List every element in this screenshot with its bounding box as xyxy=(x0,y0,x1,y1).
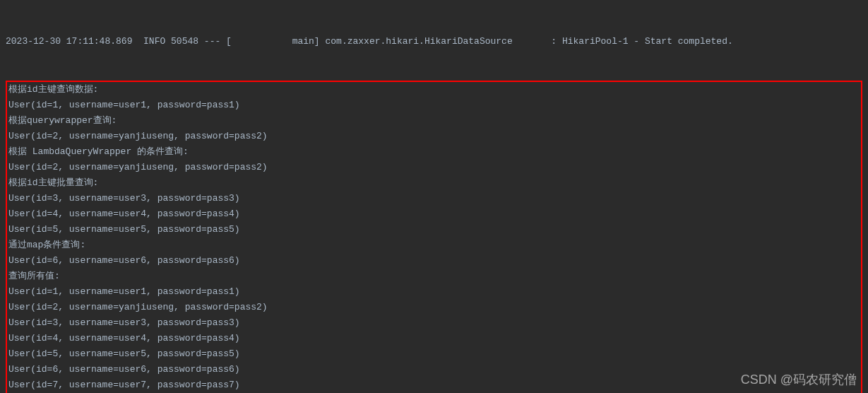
highlighted-line: User(id=4, username=user4, password=pass… xyxy=(7,206,861,222)
highlighted-output-box: 根据id主键查询数据:User(id=1, username=user1, pa… xyxy=(6,81,862,393)
highlighted-line: User(id=3, username=user3, password=pass… xyxy=(7,191,861,206)
highlighted-line: User(id=3, username=user3, password=pass… xyxy=(7,315,861,331)
log-before-line: 2023-12-30 17:11:48.869 INFO 50548 --- [… xyxy=(6,34,862,49)
highlighted-line: 查询所有值: xyxy=(7,269,861,284)
highlighted-line: 通过map条件查询: xyxy=(7,237,861,253)
highlighted-line: User(id=6, username=user6, password=pass… xyxy=(7,362,861,377)
highlighted-line: User(id=4, username=user4, password=pass… xyxy=(7,331,861,346)
highlighted-line: User(id=2, username=yanjiuseng, password… xyxy=(7,129,861,144)
highlighted-line: User(id=5, username=user5, password=pass… xyxy=(7,346,861,362)
highlighted-line: User(id=2, username=yanjiuseng, password… xyxy=(7,160,861,175)
highlighted-line: 根据id主键批量查询: xyxy=(7,175,861,191)
highlighted-line: User(id=1, username=user1, password=pass… xyxy=(7,98,861,113)
highlighted-line: 根据id主键查询数据: xyxy=(7,82,861,98)
highlighted-line: 根据querywrapper查询: xyxy=(7,113,861,129)
highlighted-line: User(id=2, username=yanjiuseng, password… xyxy=(7,300,861,315)
watermark-text: CSDN @码农研究僧 xyxy=(741,372,857,387)
highlighted-line: User(id=6, username=user6, password=pass… xyxy=(7,253,861,269)
console-output[interactable]: 2023-12-30 17:11:48.869 INFO 50548 --- [… xyxy=(6,3,862,393)
highlighted-line: User(id=7, username=user7, password=pass… xyxy=(7,377,861,393)
log-lines-before: 2023-12-30 17:11:48.869 INFO 50548 --- [… xyxy=(6,34,862,49)
highlighted-line: User(id=1, username=user1, password=pass… xyxy=(7,284,861,300)
highlighted-line: User(id=5, username=user5, password=pass… xyxy=(7,222,861,237)
highlighted-line: 根据 LambdaQueryWrapper 的条件查询: xyxy=(7,144,861,160)
